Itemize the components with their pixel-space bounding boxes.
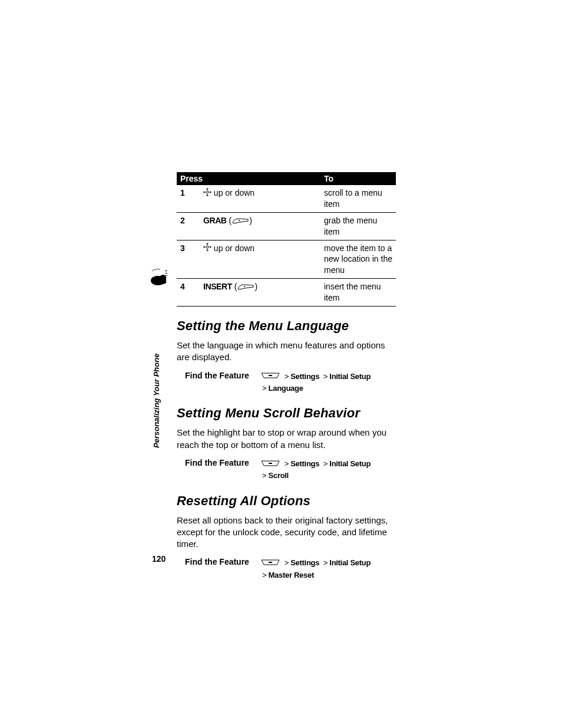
paren-close: ) bbox=[254, 282, 257, 291]
svg-point-3 bbox=[206, 246, 209, 248]
table-row: 2 GRAB () grab the menu item bbox=[177, 212, 396, 240]
table-row: 4 INSERT () insert the menu item bbox=[177, 279, 396, 307]
col-to: To bbox=[320, 172, 396, 185]
svg-rect-6 bbox=[269, 463, 272, 464]
path-seg: Master Reset bbox=[269, 571, 314, 579]
nav-key-icon bbox=[203, 188, 211, 199]
section-body: Reset all options back to their original… bbox=[177, 515, 396, 551]
svg-point-1 bbox=[206, 191, 209, 193]
path-seg: Settings bbox=[290, 459, 319, 468]
path-seg: Settings bbox=[290, 558, 319, 567]
svg-point-2 bbox=[239, 220, 240, 221]
col-press: Press bbox=[177, 172, 320, 185]
path-seg: Initial Setup bbox=[329, 372, 371, 381]
section-heading: Resetting All Options bbox=[177, 493, 396, 509]
softkey-icon bbox=[232, 216, 249, 227]
step-number: 3 bbox=[177, 240, 200, 279]
page-content: Press To 1 up or down scroll to a menu i… bbox=[177, 172, 396, 589]
gt-icon: > bbox=[323, 372, 328, 381]
press-bold: INSERT bbox=[203, 282, 232, 291]
paren-close: ) bbox=[249, 216, 252, 225]
press-cell: up or down bbox=[200, 240, 320, 279]
find-feature-path: >Settings >Initial Setup >Language bbox=[260, 371, 396, 394]
margin-icon bbox=[148, 265, 172, 291]
step-number: 2 bbox=[177, 212, 200, 240]
press-text: up or down bbox=[214, 243, 254, 253]
section-heading: Setting Menu Scroll Behavior bbox=[177, 406, 396, 421]
section-heading: Setting the Menu Language bbox=[177, 318, 396, 334]
press-cell: GRAB () bbox=[200, 212, 320, 240]
press-text: up or down bbox=[214, 188, 254, 197]
page-number: 120 bbox=[152, 554, 166, 564]
to-cell: move the item to a new location in the m… bbox=[320, 240, 396, 279]
find-feature-row: Find the Feature >Settings >Initial Setu… bbox=[177, 458, 396, 482]
path-seg: Initial Setup bbox=[329, 558, 371, 567]
table-row: 1 up or down scroll to a menu item bbox=[177, 185, 396, 212]
find-feature-path: >Settings >Initial Setup >Scroll bbox=[260, 458, 396, 482]
press-cell: INSERT () bbox=[200, 279, 320, 307]
press-bold: GRAB bbox=[203, 216, 227, 225]
side-chapter-label: Personalizing Your Phone bbox=[152, 354, 161, 448]
section-body: Set the language in which menu features … bbox=[177, 340, 396, 364]
find-feature-label: Find the Feature bbox=[177, 557, 260, 581]
find-feature-path: >Settings >Initial Setup >Master Reset bbox=[260, 557, 396, 581]
gt-icon: > bbox=[285, 558, 289, 567]
gt-icon: > bbox=[262, 384, 267, 393]
gt-icon: > bbox=[262, 571, 267, 579]
find-feature-label: Find the Feature bbox=[177, 458, 260, 482]
to-cell: scroll to a menu item bbox=[320, 185, 396, 212]
svg-point-4 bbox=[244, 286, 245, 287]
nav-key-icon bbox=[203, 243, 211, 254]
path-seg: Initial Setup bbox=[329, 459, 371, 468]
section-body: Set the highlight bar to stop or wrap ar… bbox=[177, 427, 396, 451]
press-cell: up or down bbox=[200, 185, 320, 212]
to-cell: grab the menu item bbox=[320, 212, 396, 240]
table-row: 3 up or down move the item to a new loca… bbox=[177, 240, 396, 279]
find-feature-label: Find the Feature bbox=[177, 371, 260, 394]
to-cell: insert the menu item bbox=[320, 279, 396, 307]
svg-rect-7 bbox=[269, 562, 272, 563]
gt-icon: > bbox=[323, 459, 328, 468]
step-number: 1 bbox=[177, 185, 200, 212]
gt-icon: > bbox=[285, 372, 289, 381]
path-seg: Scroll bbox=[269, 471, 289, 480]
menu-key-icon bbox=[260, 459, 280, 470]
softkey-icon bbox=[237, 282, 254, 293]
menu-key-icon bbox=[260, 558, 280, 569]
path-seg: Settings bbox=[290, 372, 319, 381]
path-seg: Language bbox=[269, 384, 303, 393]
find-feature-row: Find the Feature >Settings >Initial Setu… bbox=[177, 371, 396, 394]
find-feature-row: Find the Feature >Settings >Initial Setu… bbox=[177, 557, 396, 581]
menu-key-icon bbox=[260, 371, 280, 383]
step-number: 4 bbox=[177, 279, 200, 307]
gt-icon: > bbox=[285, 459, 289, 468]
gt-icon: > bbox=[323, 558, 328, 567]
gt-icon: > bbox=[262, 471, 267, 480]
svg-rect-5 bbox=[269, 375, 272, 376]
steps-table: Press To 1 up or down scroll to a menu i… bbox=[177, 172, 396, 307]
